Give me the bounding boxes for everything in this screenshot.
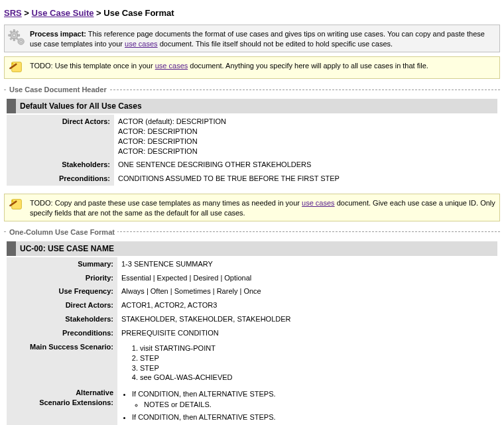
row-value: PREREQUISITE CONDITION: [117, 326, 497, 340]
svg-rect-4: [18, 34, 20, 36]
todo-panel-2: TODO: Copy and paste these use case temp…: [4, 194, 500, 221]
row-value: ACTOR1, ACTOR2, ACTOR3: [117, 298, 497, 312]
alt-item: If CONDITION, then ALTERNATIVE STEPS.NOT…: [132, 389, 493, 410]
default-values-table: Direct Actors: ACTOR (default): DESCRIPT…: [7, 115, 497, 186]
alt-extensions-list: If CONDITION, then ALTERNATIVE STEPS.NOT…: [121, 389, 493, 425]
row-label: Alternative Scenario Extensions:: [7, 386, 117, 425]
one-column-format-section: One-Column Use Case Format UC-00: USE CA…: [4, 228, 500, 425]
row-value: STAKEHOLDER, STAKEHOLDER, STAKEHOLDER: [117, 312, 497, 326]
svg-point-11: [20, 40, 22, 42]
block-title: UC-00: USE CASE NAME: [7, 241, 497, 256]
breadcrumb-link-suite[interactable]: Use Case Suite: [32, 8, 94, 18]
row-value: ACTOR (default): DESCRIPTION ACTOR: DESC…: [114, 115, 497, 158]
row-label: Stakeholders:: [7, 312, 117, 326]
svg-rect-1: [13, 30, 15, 32]
row-label: Direct Actors:: [7, 115, 114, 158]
row-label: Preconditions:: [7, 172, 114, 186]
row-label: Priority:: [7, 271, 117, 285]
note-icon: [7, 197, 27, 213]
use-cases-link[interactable]: use cases: [125, 40, 158, 48]
main-scenario-steps: visit STARTING-POINTSTEPSTEPsee GOAL-WAS…: [121, 343, 493, 383]
breadcrumb: SRS > Use Case Suite > Use Case Format: [4, 8, 500, 18]
step-item: STEP: [140, 353, 493, 363]
row-value: Always | Often | Sometimes | Rarely | On…: [117, 284, 497, 298]
breadcrumb-link-srs[interactable]: SRS: [4, 8, 22, 18]
todo-1-text: TODO: Use this template once in your use…: [30, 60, 495, 71]
breadcrumb-current: Use Case Format: [103, 8, 174, 18]
row-value: If CONDITION, then ALTERNATIVE STEPS.NOT…: [117, 386, 497, 425]
section-legend: One-Column Use Case Format: [7, 228, 117, 236]
row-value: CONDITIONS ASSUMED TO BE TRUE BEFORE THE…: [114, 172, 497, 186]
svg-point-9: [13, 34, 15, 36]
row-value: 1-3 SENTENCE SUMMARY: [117, 257, 497, 271]
use-case-table: Summary: 1-3 SENTENCE SUMMARY Priority: …: [7, 257, 497, 425]
row-label: Preconditions:: [7, 326, 117, 340]
block-title: Default Values for All Use Cases: [7, 99, 497, 113]
use-cases-link[interactable]: use cases: [302, 199, 335, 207]
step-item: visit STARTING-POINT: [140, 343, 493, 353]
row-value: ONE SENTENCE DESCRIBING OTHER STAKEHOLDE…: [114, 158, 497, 172]
row-label: Main Success Scenario:: [7, 340, 117, 386]
row-label: Direct Actors:: [7, 298, 117, 312]
todo-panel-1: TODO: Use this template once in your use…: [4, 56, 500, 79]
row-label: Summary:: [7, 257, 117, 271]
step-item: see GOAL-WAS-ACHIEVED: [140, 373, 493, 383]
svg-rect-2: [13, 39, 15, 41]
row-label: Use Frequency:: [7, 284, 117, 298]
section-legend: Use Case Document Header: [7, 86, 109, 93]
row-value: Essential | Expected | Desired | Optiona…: [117, 271, 497, 285]
alt-note: NOTES or DETAILS.: [144, 400, 493, 410]
use-cases-link[interactable]: use cases: [155, 62, 188, 70]
svg-rect-3: [9, 34, 11, 36]
use-case-document-header-section: Use Case Document Header Default Values …: [4, 86, 500, 190]
todo-2-text: TODO: Copy and paste these use case temp…: [30, 197, 495, 218]
gear-icon: [7, 28, 27, 49]
process-impact-panel: Process impact: This reference page docu…: [4, 25, 500, 52]
row-label: Stakeholders:: [7, 158, 114, 172]
alt-item: If CONDITION, then ALTERNATIVE STEPS.NOT…: [132, 412, 493, 425]
step-item: STEP: [140, 363, 493, 373]
note-icon: [7, 60, 27, 76]
process-impact-text: Process impact: This reference page docu…: [30, 28, 495, 49]
row-value: visit STARTING-POINTSTEPSTEPsee GOAL-WAS…: [117, 340, 497, 386]
